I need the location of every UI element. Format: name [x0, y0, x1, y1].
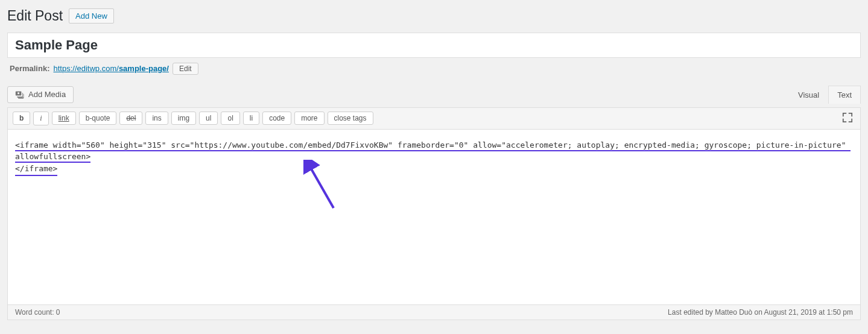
media-icon [15, 90, 25, 99]
page-title: Edit Post [7, 7, 63, 25]
fullscreen-icon [842, 112, 853, 123]
edit-slug-button[interactable]: Edit [173, 63, 198, 75]
add-new-button[interactable]: Add New [69, 8, 114, 24]
qt-close-button[interactable]: close tags [328, 112, 373, 125]
qt-link-button[interactable]: link [52, 112, 76, 125]
content-line-2: </iframe> [15, 163, 57, 177]
qt-code-button[interactable]: code [262, 112, 291, 125]
svg-line-1 [309, 166, 334, 208]
content-line-1: <iframe width="560" height="315" src="ht… [15, 140, 851, 163]
add-media-label: Add Media [28, 90, 66, 99]
qt-bquote-button[interactable]: b-quote [79, 112, 117, 125]
annotation-arrow-icon [303, 160, 340, 214]
editor-container: b i link b-quote del ins img ul ol li co… [7, 107, 861, 320]
permalink-label: Permalink: [10, 64, 49, 73]
wordcount-label: Word count: 0 [15, 308, 60, 317]
qt-more-button[interactable]: more [294, 112, 324, 125]
fullscreen-button[interactable] [840, 110, 855, 127]
permalink-slug: sample-page/ [119, 64, 169, 73]
qt-ol-button[interactable]: ol [221, 112, 239, 125]
qt-bold-button[interactable]: b [13, 112, 30, 125]
last-edited-label: Last edited by Matteo Duò on August 21, … [668, 308, 853, 317]
tab-visual[interactable]: Visual [789, 86, 828, 104]
qt-img-button[interactable]: img [171, 112, 196, 125]
qt-ul-button[interactable]: ul [199, 112, 218, 125]
qt-italic-button[interactable]: i [33, 112, 48, 125]
permalink-link[interactable]: https://editwp.com/sample-page/ [53, 64, 168, 73]
qt-ins-button[interactable]: ins [145, 112, 168, 125]
add-media-button[interactable]: Add Media [7, 86, 74, 103]
qt-del-button[interactable]: del [119, 112, 142, 125]
editor-textarea[interactable]: <iframe width="560" height="315" src="ht… [8, 130, 860, 304]
post-title-input[interactable] [7, 33, 861, 58]
tab-text[interactable]: Text [828, 86, 861, 104]
permalink-base: https://editwp.com/ [53, 64, 118, 73]
qt-li-button[interactable]: li [243, 112, 259, 125]
